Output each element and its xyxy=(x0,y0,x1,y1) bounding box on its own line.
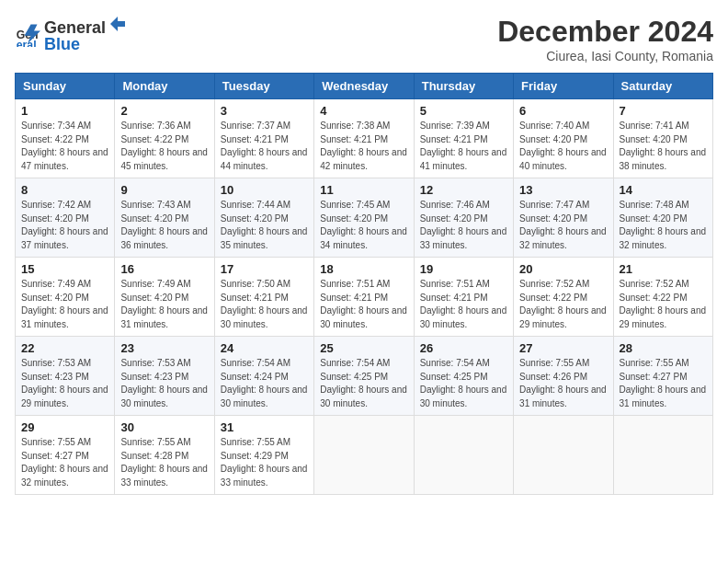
day-info: Sunrise: 7:54 AMSunset: 4:25 PMDaylight:… xyxy=(320,357,407,410)
table-row: 13 Sunrise: 7:47 AMSunset: 4:20 PMDaylig… xyxy=(514,178,613,258)
table-row: 21 Sunrise: 7:52 AMSunset: 4:22 PMDaylig… xyxy=(613,258,712,337)
day-number: 9 xyxy=(120,183,208,197)
day-number: 20 xyxy=(519,262,607,276)
calendar-header-row: Sunday Monday Tuesday Wednesday Thursday… xyxy=(16,74,713,99)
month-title: December 2024 xyxy=(497,15,713,49)
day-info: Sunrise: 7:39 AMSunset: 4:21 PMDaylight:… xyxy=(420,120,507,173)
day-number: 1 xyxy=(21,104,108,118)
day-number: 8 xyxy=(21,183,108,197)
day-info: Sunrise: 7:55 AMSunset: 4:26 PMDaylight:… xyxy=(519,357,607,410)
logo: Gen eral General Blue xyxy=(15,15,126,53)
day-number: 17 xyxy=(221,262,308,276)
day-number: 6 xyxy=(519,104,607,118)
day-info: Sunrise: 7:37 AMSunset: 4:21 PMDaylight:… xyxy=(221,120,308,173)
day-number: 27 xyxy=(519,341,607,355)
day-info: Sunrise: 7:49 AMSunset: 4:20 PMDaylight:… xyxy=(120,278,208,331)
table-row: 18 Sunrise: 7:51 AMSunset: 4:21 PMDaylig… xyxy=(314,258,414,337)
table-row: 24 Sunrise: 7:54 AMSunset: 4:24 PMDaylig… xyxy=(214,337,313,416)
table-row: 4 Sunrise: 7:38 AMSunset: 4:21 PMDayligh… xyxy=(314,99,414,178)
col-sunday: Sunday xyxy=(16,74,115,99)
table-row: 22 Sunrise: 7:53 AMSunset: 4:23 PMDaylig… xyxy=(16,337,115,416)
day-number: 7 xyxy=(620,104,707,118)
calendar-week-5: 29 Sunrise: 7:55 AMSunset: 4:27 PMDaylig… xyxy=(16,416,713,495)
calendar-week-2: 8 Sunrise: 7:42 AMSunset: 4:20 PMDayligh… xyxy=(16,178,713,258)
table-row: 11 Sunrise: 7:45 AMSunset: 4:20 PMDaylig… xyxy=(314,178,414,258)
table-row: 19 Sunrise: 7:51 AMSunset: 4:21 PMDaylig… xyxy=(414,258,513,337)
location-subtitle: Ciurea, Iasi County, Romania xyxy=(497,49,713,63)
day-info: Sunrise: 7:51 AMSunset: 4:21 PMDaylight:… xyxy=(420,278,507,331)
svg-text:eral: eral xyxy=(17,39,37,47)
table-row: 27 Sunrise: 7:55 AMSunset: 4:26 PMDaylig… xyxy=(514,337,613,416)
calendar-week-3: 15 Sunrise: 7:49 AMSunset: 4:20 PMDaylig… xyxy=(16,258,713,337)
logo-text-blue: Blue xyxy=(44,35,80,53)
day-number: 25 xyxy=(320,341,407,355)
day-number: 4 xyxy=(320,104,407,118)
logo-arrow-icon xyxy=(107,15,125,33)
day-number: 18 xyxy=(320,262,407,276)
table-row: 29 Sunrise: 7:55 AMSunset: 4:27 PMDaylig… xyxy=(16,416,115,495)
table-row: 2 Sunrise: 7:36 AMSunset: 4:22 PMDayligh… xyxy=(115,99,214,178)
calendar-table: Sunday Monday Tuesday Wednesday Thursday… xyxy=(15,73,713,495)
day-info: Sunrise: 7:51 AMSunset: 4:21 PMDaylight:… xyxy=(320,278,407,331)
table-row: 16 Sunrise: 7:49 AMSunset: 4:20 PMDaylig… xyxy=(115,258,214,337)
day-number: 30 xyxy=(120,420,208,434)
day-info: Sunrise: 7:47 AMSunset: 4:20 PMDaylight:… xyxy=(519,199,607,252)
table-row: 31 Sunrise: 7:55 AMSunset: 4:29 PMDaylig… xyxy=(214,416,313,495)
table-row: 12 Sunrise: 7:46 AMSunset: 4:20 PMDaylig… xyxy=(414,178,513,258)
day-info: Sunrise: 7:36 AMSunset: 4:22 PMDaylight:… xyxy=(120,120,208,173)
table-row: 3 Sunrise: 7:37 AMSunset: 4:21 PMDayligh… xyxy=(214,99,313,178)
day-info: Sunrise: 7:40 AMSunset: 4:20 PMDaylight:… xyxy=(519,120,607,173)
calendar-week-4: 22 Sunrise: 7:53 AMSunset: 4:23 PMDaylig… xyxy=(16,337,713,416)
day-number: 29 xyxy=(21,420,108,434)
day-info: Sunrise: 7:54 AMSunset: 4:24 PMDaylight:… xyxy=(221,357,308,410)
day-info: Sunrise: 7:41 AMSunset: 4:20 PMDaylight:… xyxy=(620,120,707,173)
col-wednesday: Wednesday xyxy=(314,74,414,99)
svg-marker-3 xyxy=(110,17,125,31)
day-info: Sunrise: 7:55 AMSunset: 4:27 PMDaylight:… xyxy=(21,436,108,489)
col-tuesday: Tuesday xyxy=(214,74,313,99)
table-row: 30 Sunrise: 7:55 AMSunset: 4:28 PMDaylig… xyxy=(115,416,214,495)
day-info: Sunrise: 7:50 AMSunset: 4:21 PMDaylight:… xyxy=(221,278,308,331)
day-number: 23 xyxy=(120,341,208,355)
day-number: 12 xyxy=(420,183,507,197)
table-row: 7 Sunrise: 7:41 AMSunset: 4:20 PMDayligh… xyxy=(613,99,712,178)
logo-text-general: General xyxy=(44,19,106,36)
day-number: 2 xyxy=(120,104,208,118)
day-info: Sunrise: 7:46 AMSunset: 4:20 PMDaylight:… xyxy=(420,199,507,252)
day-info: Sunrise: 7:42 AMSunset: 4:20 PMDaylight:… xyxy=(21,199,108,252)
table-row xyxy=(314,416,414,495)
day-info: Sunrise: 7:54 AMSunset: 4:25 PMDaylight:… xyxy=(420,357,507,410)
day-info: Sunrise: 7:34 AMSunset: 4:22 PMDaylight:… xyxy=(21,120,108,173)
table-row xyxy=(514,416,613,495)
day-info: Sunrise: 7:45 AMSunset: 4:20 PMDaylight:… xyxy=(320,199,407,252)
table-row: 1 Sunrise: 7:34 AMSunset: 4:22 PMDayligh… xyxy=(16,99,115,178)
col-friday: Friday xyxy=(514,74,613,99)
day-number: 19 xyxy=(420,262,507,276)
table-row: 6 Sunrise: 7:40 AMSunset: 4:20 PMDayligh… xyxy=(514,99,613,178)
day-number: 24 xyxy=(221,341,308,355)
table-row: 17 Sunrise: 7:50 AMSunset: 4:21 PMDaylig… xyxy=(214,258,313,337)
day-number: 21 xyxy=(620,262,707,276)
title-area: December 2024 Ciurea, Iasi County, Roman… xyxy=(497,15,713,63)
day-info: Sunrise: 7:55 AMSunset: 4:28 PMDaylight:… xyxy=(120,436,208,489)
table-row: 8 Sunrise: 7:42 AMSunset: 4:20 PMDayligh… xyxy=(16,178,115,258)
logo-icon: Gen eral xyxy=(15,21,40,47)
table-row: 26 Sunrise: 7:54 AMSunset: 4:25 PMDaylig… xyxy=(414,337,513,416)
day-info: Sunrise: 7:53 AMSunset: 4:23 PMDaylight:… xyxy=(120,357,208,410)
day-number: 26 xyxy=(420,341,507,355)
day-info: Sunrise: 7:52 AMSunset: 4:22 PMDaylight:… xyxy=(620,278,707,331)
day-number: 31 xyxy=(221,420,308,434)
day-info: Sunrise: 7:55 AMSunset: 4:29 PMDaylight:… xyxy=(221,436,308,489)
table-row: 9 Sunrise: 7:43 AMSunset: 4:20 PMDayligh… xyxy=(115,178,214,258)
day-info: Sunrise: 7:43 AMSunset: 4:20 PMDaylight:… xyxy=(120,199,208,252)
day-number: 15 xyxy=(21,262,108,276)
day-number: 14 xyxy=(620,183,707,197)
day-number: 3 xyxy=(221,104,308,118)
day-number: 16 xyxy=(120,262,208,276)
day-number: 5 xyxy=(420,104,507,118)
col-thursday: Thursday xyxy=(414,74,513,99)
table-row xyxy=(414,416,513,495)
day-info: Sunrise: 7:48 AMSunset: 4:20 PMDaylight:… xyxy=(620,199,707,252)
day-number: 22 xyxy=(21,341,108,355)
table-row: 25 Sunrise: 7:54 AMSunset: 4:25 PMDaylig… xyxy=(314,337,414,416)
